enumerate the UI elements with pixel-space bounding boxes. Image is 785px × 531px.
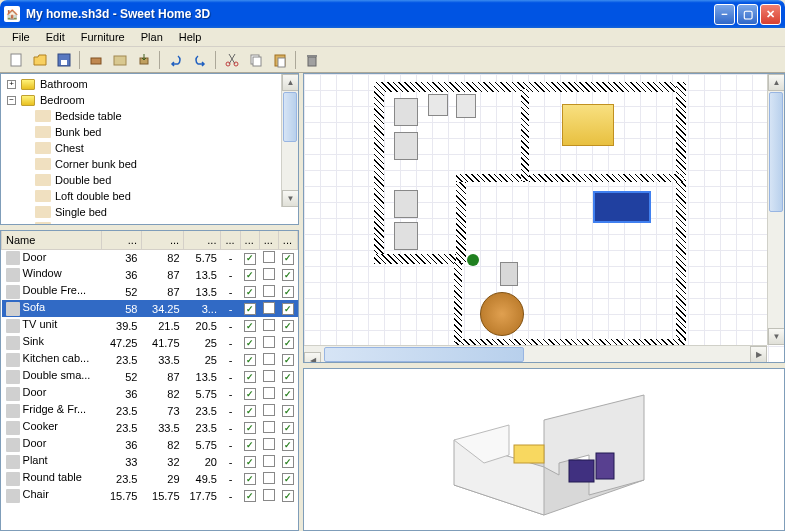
catalog-scrollbar[interactable]: ▲ ▼ bbox=[281, 74, 298, 207]
checkbox-icon[interactable]: ✓ bbox=[282, 320, 294, 332]
maximize-button[interactable]: ▢ bbox=[737, 4, 758, 25]
tree-item[interactable]: Corner bunk bed bbox=[3, 156, 296, 172]
scroll-right-icon[interactable]: ▶ bbox=[750, 346, 767, 363]
tree-item[interactable]: Single bed bbox=[3, 204, 296, 220]
cell-check[interactable] bbox=[259, 300, 278, 317]
checkbox-icon[interactable]: ✓ bbox=[282, 422, 294, 434]
export-button[interactable] bbox=[132, 49, 155, 71]
open-button[interactable] bbox=[28, 49, 51, 71]
cell-check[interactable]: ✓ bbox=[240, 351, 259, 368]
plan-scrollbar-v[interactable]: ▲ ▼ bbox=[767, 74, 784, 345]
plan-item[interactable] bbox=[394, 190, 418, 218]
cell-check[interactable]: - bbox=[221, 487, 240, 504]
checkbox-icon[interactable]: ✓ bbox=[244, 388, 256, 400]
3d-view[interactable] bbox=[303, 368, 785, 531]
col-header[interactable]: ... bbox=[184, 231, 221, 249]
menu-edit[interactable]: Edit bbox=[38, 29, 73, 45]
checkbox-icon[interactable]: ✓ bbox=[282, 337, 294, 349]
col-header[interactable]: ... bbox=[141, 231, 183, 249]
col-header[interactable]: ... bbox=[240, 231, 259, 249]
cell-check[interactable]: ✓ bbox=[278, 317, 297, 334]
delete-button[interactable] bbox=[300, 49, 323, 71]
checkbox-icon[interactable]: ✓ bbox=[282, 490, 294, 502]
cell-check[interactable]: - bbox=[221, 266, 240, 283]
tree-category[interactable]: +Bathroom bbox=[3, 76, 296, 92]
tree-category[interactable]: −Bedroom bbox=[3, 92, 296, 108]
cell-check[interactable]: ✓ bbox=[240, 334, 259, 351]
plan-item-sofa[interactable] bbox=[594, 192, 650, 222]
checkbox-icon[interactable]: ✓ bbox=[282, 456, 294, 468]
checkbox-icon[interactable]: ✓ bbox=[282, 303, 294, 315]
table-row[interactable]: Window368713.5-✓✓ bbox=[2, 266, 298, 283]
cell-check[interactable] bbox=[259, 283, 278, 300]
checkbox-icon[interactable] bbox=[263, 438, 275, 450]
menu-plan[interactable]: Plan bbox=[133, 29, 171, 45]
cell-check[interactable]: - bbox=[221, 419, 240, 436]
cell-check[interactable]: - bbox=[221, 385, 240, 402]
checkbox-icon[interactable]: ✓ bbox=[282, 253, 294, 265]
checkbox-icon[interactable]: ✓ bbox=[244, 269, 256, 281]
plan-scrollbar-h[interactable]: ◀ ▶ bbox=[304, 345, 767, 362]
checkbox-icon[interactable]: ✓ bbox=[282, 354, 294, 366]
checkbox-icon[interactable]: ✓ bbox=[282, 473, 294, 485]
cell-check[interactable]: ✓ bbox=[278, 470, 297, 487]
cell-check[interactable]: ✓ bbox=[278, 334, 297, 351]
cell-check[interactable]: - bbox=[221, 470, 240, 487]
checkbox-icon[interactable]: ✓ bbox=[244, 303, 256, 315]
scroll-thumb[interactable] bbox=[283, 92, 297, 142]
menu-furniture[interactable]: Furniture bbox=[73, 29, 133, 45]
checkbox-icon[interactable] bbox=[263, 404, 275, 416]
cell-check[interactable]: ✓ bbox=[240, 385, 259, 402]
plan-item[interactable] bbox=[394, 98, 418, 126]
cell-check[interactable]: ✓ bbox=[240, 419, 259, 436]
cell-check[interactable]: ✓ bbox=[278, 402, 297, 419]
cell-check[interactable]: - bbox=[221, 436, 240, 453]
plan-item-bed[interactable] bbox=[562, 104, 614, 146]
checkbox-icon[interactable] bbox=[263, 489, 275, 501]
cell-check[interactable]: ✓ bbox=[240, 300, 259, 317]
table-row[interactable]: Kitchen cab...23.533.525-✓✓ bbox=[2, 351, 298, 368]
checkbox-icon[interactable] bbox=[263, 319, 275, 331]
new-button[interactable] bbox=[4, 49, 27, 71]
table-row[interactable]: Door36825.75-✓✓ bbox=[2, 385, 298, 402]
scroll-up-icon[interactable]: ▲ bbox=[768, 74, 785, 91]
cell-check[interactable] bbox=[259, 487, 278, 504]
cell-check[interactable] bbox=[259, 419, 278, 436]
menu-help[interactable]: Help bbox=[171, 29, 210, 45]
table-row[interactable]: Chair15.7515.7517.75-✓✓ bbox=[2, 487, 298, 504]
tree-item[interactable]: Chest bbox=[3, 140, 296, 156]
table-row[interactable]: Cooker23.533.523.5-✓✓ bbox=[2, 419, 298, 436]
scroll-thumb[interactable] bbox=[769, 92, 783, 212]
cell-check[interactable] bbox=[259, 402, 278, 419]
checkbox-icon[interactable]: ✓ bbox=[282, 439, 294, 451]
table-row[interactable]: Double sma...528713.5-✓✓ bbox=[2, 368, 298, 385]
checkbox-icon[interactable]: ✓ bbox=[282, 371, 294, 383]
checkbox-icon[interactable]: ✓ bbox=[244, 422, 256, 434]
undo-button[interactable] bbox=[164, 49, 187, 71]
table-row[interactable]: TV unit39.521.520.5-✓✓ bbox=[2, 317, 298, 334]
cell-check[interactable]: - bbox=[221, 368, 240, 385]
cut-button[interactable] bbox=[220, 49, 243, 71]
plan-item[interactable] bbox=[394, 222, 418, 250]
add-furniture-button[interactable] bbox=[84, 49, 107, 71]
scroll-down-icon[interactable]: ▼ bbox=[768, 328, 785, 345]
plan-item[interactable] bbox=[500, 262, 518, 286]
cell-check[interactable]: ✓ bbox=[278, 419, 297, 436]
cell-check[interactable]: ✓ bbox=[278, 436, 297, 453]
col-header[interactable]: ... bbox=[221, 231, 240, 249]
checkbox-icon[interactable]: ✓ bbox=[244, 456, 256, 468]
collapse-icon[interactable]: − bbox=[7, 96, 16, 105]
table-row[interactable]: Fridge & Fr...23.57323.5-✓✓ bbox=[2, 402, 298, 419]
checkbox-icon[interactable]: ✓ bbox=[282, 286, 294, 298]
cell-check[interactable]: ✓ bbox=[240, 266, 259, 283]
plan-content[interactable] bbox=[304, 74, 784, 362]
plan-view[interactable]: ▲ ▼ ◀ ▶ bbox=[303, 73, 785, 363]
scroll-down-icon[interactable]: ▼ bbox=[282, 190, 299, 207]
cell-check[interactable] bbox=[259, 453, 278, 470]
minimize-button[interactable]: − bbox=[714, 4, 735, 25]
cell-check[interactable] bbox=[259, 436, 278, 453]
close-button[interactable]: ✕ bbox=[760, 4, 781, 25]
cell-check[interactable]: ✓ bbox=[278, 283, 297, 300]
table-row[interactable]: Double Fre...528713.5-✓✓ bbox=[2, 283, 298, 300]
cell-check[interactable]: ✓ bbox=[278, 300, 297, 317]
